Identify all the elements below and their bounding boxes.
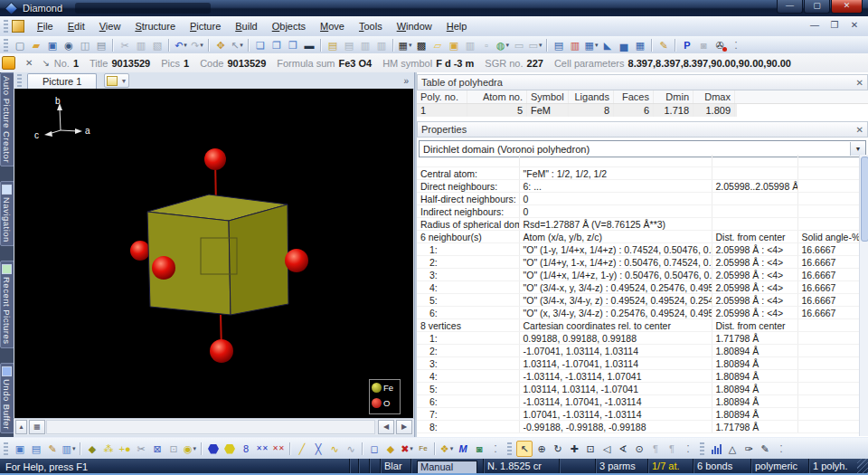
tab-picture-1[interactable]: Picture 1 — [27, 73, 97, 89]
tilt-mode-icon[interactable]: ◁ — [599, 442, 614, 456]
measure-m-icon[interactable]: M — [456, 442, 470, 456]
mail-icon[interactable]: ▭▾ — [528, 38, 542, 52]
comment-icon[interactable]: ▭ — [512, 38, 526, 52]
powder-pattern-icon[interactable]: P — [680, 38, 694, 52]
distance-measure-icon[interactable] — [709, 442, 723, 456]
close-panel-icon[interactable]: ✕ — [856, 78, 863, 88]
measure-pencil-icon[interactable]: ✎ — [758, 442, 772, 456]
chain-yellow-icon[interactable]: ∿ — [327, 442, 342, 456]
pan-hand-icon[interactable]: ✥ — [213, 38, 228, 52]
structure-3d-viewport[interactable]: b a c FeO — [14, 89, 413, 418]
picture-viewing-icon[interactable]: ▥▾ — [61, 442, 76, 456]
property-row[interactable]: Central atom:"FeM" : 1/2, 1/2, 1/2 — [417, 167, 859, 180]
paste-icon[interactable]: ▧ — [150, 38, 165, 52]
mdi-minimize-button[interactable]: — — [807, 19, 823, 32]
goto-icon[interactable]: ↘ — [42, 58, 49, 68]
render-scene-icon[interactable]: ◙ — [472, 442, 486, 456]
ring-eight-icon[interactable]: 8 — [239, 442, 253, 456]
close-button[interactable]: ✕ — [831, 0, 863, 14]
move-mode-icon[interactable]: ⊕ — [534, 442, 549, 456]
tabbar-grip[interactable] — [17, 74, 22, 87]
spin-z-mode-icon[interactable]: ∢ — [616, 442, 630, 456]
polyhedra-col-header[interactable]: Symbol — [527, 90, 569, 103]
property-row[interactable]: 1:0.99188, 0.99188, 0.991881.71798 Å — [417, 332, 859, 345]
center-view-icon[interactable]: ⊙ — [632, 442, 646, 456]
polyhedra-col-header[interactable]: Atom no. — [467, 90, 527, 103]
zoom-mode-icon[interactable]: ⊡ — [583, 442, 598, 456]
property-row[interactable]: 1:"O" (1-y, 1/4+x, 1/4+z) : 0.74524, 0.5… — [417, 243, 859, 256]
mdi-close-button[interactable]: ✕ — [846, 19, 863, 32]
property-row[interactable]: 8:-0.99188, -0.99188, -0.991881.71798 Å — [417, 421, 859, 433]
packing-pattern-icon[interactable]: ❖▾ — [439, 442, 454, 456]
property-row[interactable] — [417, 155, 859, 167]
menu-view[interactable]: View — [92, 18, 128, 34]
minimize-button[interactable]: — — [777, 0, 803, 14]
mdi-restore-button[interactable]: ❐ — [826, 19, 843, 32]
translate-mode-icon[interactable]: ✚ — [567, 442, 581, 456]
fragment-icon[interactable]: ⊡ — [166, 442, 181, 456]
chain-grey-icon[interactable]: ∿ — [344, 442, 358, 456]
data-grid-icon[interactable]: ▤ — [342, 38, 356, 52]
property-row[interactable]: 6:"O" (x, 3/4-y, 3/4-z) : 0.25476, 0.495… — [417, 307, 859, 319]
dock-tab-recent-pictures[interactable]: Recent Pictures — [0, 261, 14, 348]
window-restore-icon[interactable]: ❒ — [286, 38, 300, 52]
polyhedra-col-header[interactable]: Poly. no. — [417, 90, 467, 103]
wizard-wand-icon[interactable]: ✎ — [656, 38, 671, 52]
clear-filter-icon[interactable]: ✕ — [25, 58, 33, 68]
open-folder-icon[interactable]: ▰ — [29, 38, 43, 52]
fe-bond-icon[interactable]: Fe — [416, 442, 430, 456]
print-icon[interactable]: ▤ — [94, 38, 108, 52]
window-black-icon[interactable]: ▬ — [302, 38, 316, 52]
polyhedra-col-header[interactable]: Dmax — [693, 90, 735, 103]
toolbar-grip[interactable] — [507, 442, 512, 455]
picture-copy-icon[interactable]: ▥ — [463, 38, 477, 52]
unit-cell-icon[interactable]: ◻ — [367, 442, 382, 456]
mode-overflow-icon[interactable]: ⁚ — [681, 442, 695, 456]
menu-build[interactable]: Build — [228, 18, 264, 34]
menu-tools[interactable]: Tools — [352, 18, 390, 34]
table-grid-icon[interactable]: ▦▾ — [398, 38, 412, 52]
toolbar-grip[interactable] — [4, 39, 8, 52]
net-blue-icon[interactable]: ✕✕ — [255, 442, 269, 456]
resize-grip[interactable] — [857, 459, 868, 475]
picture-settings-icon[interactable]: ▤ — [29, 442, 43, 456]
polyhedra-col-header[interactable]: Faces — [614, 90, 654, 103]
view-list-icon[interactable]: ▥ — [568, 38, 582, 52]
menu-edit[interactable]: Edit — [61, 18, 92, 34]
menu-picture[interactable]: Picture — [183, 18, 228, 34]
toolbar-grip[interactable] — [700, 442, 704, 455]
measure-overflow-icon[interactable]: ⁚ — [774, 442, 788, 456]
ring-hexagon-icon[interactable] — [206, 442, 221, 456]
scrollbar-thumb[interactable] — [861, 157, 868, 242]
polyhedron-build-icon[interactable]: ◆ — [85, 442, 99, 456]
save-icon[interactable]: ▣ — [45, 38, 60, 52]
picture-wizard-icon[interactable]: ✎ — [45, 442, 60, 456]
property-row[interactable]: 6 neighbour(s)Atom (x/a, y/b, z/c)Dist. … — [417, 231, 859, 243]
properties-scrollbar[interactable] — [859, 155, 868, 436]
property-row[interactable]: Indirect neighbours:0 — [417, 205, 859, 218]
property-row[interactable]: 3:"O" (1/4+x, 1/4+z, 1-y) : 0.50476, 0.5… — [417, 269, 859, 281]
video-camera-icon[interactable]: ✇ — [712, 38, 727, 52]
print-preview-icon[interactable]: ◫ — [78, 38, 92, 52]
property-row[interactable]: Half-direct neighbours:0 — [417, 193, 859, 205]
net-red-icon[interactable]: ✕✕ — [271, 442, 286, 456]
destroy-all-icon[interactable]: ✖▾ — [400, 442, 414, 456]
dock-tab-undo-buffer[interactable]: Undo Buffer — [0, 363, 14, 433]
add-atom-icon[interactable]: +● — [118, 442, 132, 456]
new-picture-button[interactable]: ▼ — [104, 73, 129, 88]
property-row[interactable]: 4:"O" (3/4-x, y, 3/4-z) : 0.49524, 0.254… — [417, 281, 859, 294]
update-globe-icon[interactable]: ◍▾ — [495, 38, 510, 52]
step-back-icon[interactable]: ¶ — [648, 442, 663, 456]
view-structure-icon[interactable]: ▤ — [552, 38, 566, 52]
diagram-table-icon[interactable]: ▦ — [633, 38, 647, 52]
menubar-grip[interactable] — [4, 20, 8, 33]
fill-cell-icon[interactable]: ◉▾ — [183, 442, 197, 456]
atom-group-icon[interactable]: ⁂ — [101, 442, 116, 456]
menu-objects[interactable]: Objects — [265, 18, 313, 34]
zoom-spinner[interactable]: ▴▾ — [15, 420, 27, 434]
property-row[interactable]: 2:"O" (1/4+y, 1-x, 1/4+z) : 0.50476, 0.7… — [417, 256, 859, 269]
polyhedra-row[interactable]: 15FeM861.7181.809 — [417, 104, 737, 117]
find-icon[interactable]: ◉ — [61, 38, 76, 52]
new-picture-icon[interactable]: ▱ — [430, 38, 445, 52]
window-structure-icon[interactable]: ❏ — [253, 38, 268, 52]
